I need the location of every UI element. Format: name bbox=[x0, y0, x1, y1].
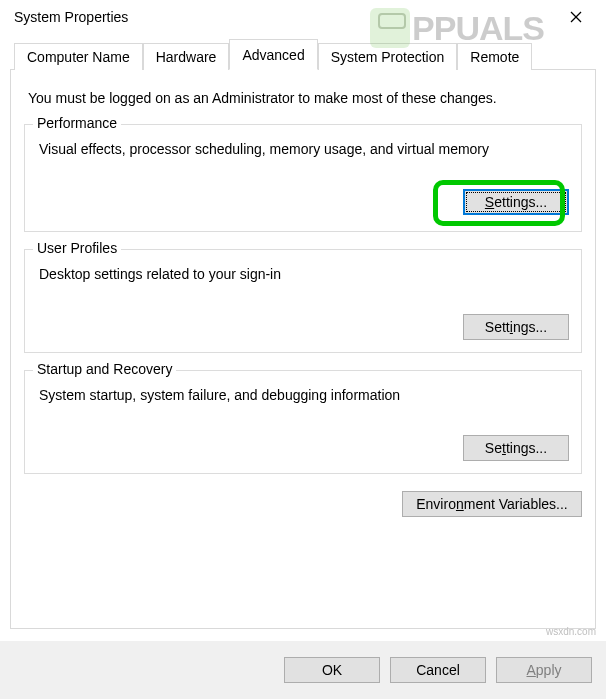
content-area: Computer Name Hardware Advanced System P… bbox=[0, 34, 606, 629]
close-icon bbox=[570, 11, 582, 23]
apply-button[interactable]: Apply bbox=[496, 657, 592, 683]
startup-settings-button[interactable]: Settings... bbox=[463, 435, 569, 461]
tab-panel-advanced: You must be logged on as an Administrato… bbox=[10, 69, 596, 629]
close-button[interactable] bbox=[556, 3, 596, 31]
startup-desc: System startup, system failure, and debu… bbox=[39, 387, 569, 403]
window-title: System Properties bbox=[14, 9, 128, 25]
tab-advanced[interactable]: Advanced bbox=[229, 39, 317, 70]
user-profiles-group: User Profiles Desktop settings related t… bbox=[24, 249, 582, 353]
performance-desc: Visual effects, processor scheduling, me… bbox=[39, 141, 569, 157]
startup-legend: Startup and Recovery bbox=[33, 361, 176, 377]
cancel-button[interactable]: Cancel bbox=[390, 657, 486, 683]
environment-variables-button[interactable]: Environment Variables... bbox=[402, 491, 582, 517]
user-profiles-desc: Desktop settings related to your sign-in bbox=[39, 266, 569, 282]
env-variables-row: Environment Variables... bbox=[24, 491, 582, 517]
tab-remote[interactable]: Remote bbox=[457, 43, 532, 70]
performance-group: Performance Visual effects, processor sc… bbox=[24, 124, 582, 232]
tab-hardware[interactable]: Hardware bbox=[143, 43, 230, 70]
user-profiles-settings-button[interactable]: Settings... bbox=[463, 314, 569, 340]
tab-system-protection[interactable]: System Protection bbox=[318, 43, 458, 70]
performance-settings-button[interactable]: Settings... bbox=[463, 189, 569, 215]
ok-button[interactable]: OK bbox=[284, 657, 380, 683]
system-properties-window: PPUALS System Properties Computer Name H… bbox=[0, 0, 606, 699]
user-profiles-legend: User Profiles bbox=[33, 240, 121, 256]
startup-recovery-group: Startup and Recovery System startup, sys… bbox=[24, 370, 582, 474]
dialog-button-bar: OK Cancel Apply bbox=[0, 641, 606, 699]
intro-text: You must be logged on as an Administrato… bbox=[28, 90, 582, 106]
tab-computer-name[interactable]: Computer Name bbox=[14, 43, 143, 70]
tab-strip: Computer Name Hardware Advanced System P… bbox=[14, 38, 596, 69]
performance-legend: Performance bbox=[33, 115, 121, 131]
titlebar: System Properties bbox=[0, 0, 606, 34]
